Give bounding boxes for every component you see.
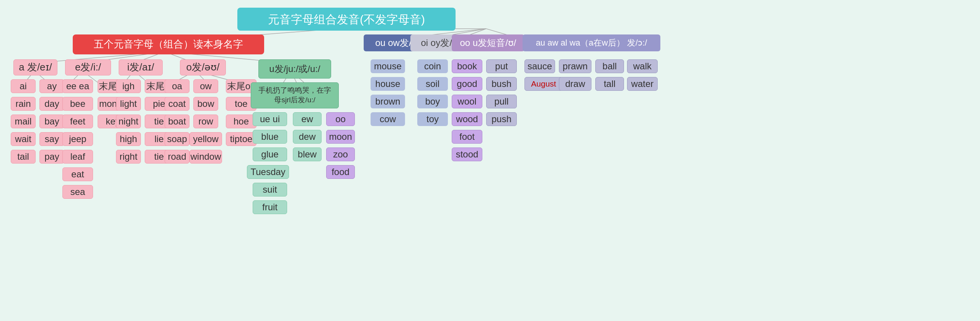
main-title: 元音字母组合发音(不发字母音)	[237, 8, 456, 31]
a-tail: tail	[11, 150, 36, 164]
u-fruit: fruit	[253, 200, 287, 214]
o-header: o发/əʊ/	[180, 59, 226, 75]
u-header: u发/ju:/或/u:/	[258, 59, 331, 79]
o-sub1: oa	[165, 79, 189, 93]
au-header: au aw al wa（a在w后） 发/ɔ:/	[523, 34, 660, 51]
e-jeep: jeep	[62, 132, 93, 146]
e-leaf: leaf	[62, 150, 93, 164]
oo-wool: wool	[452, 95, 482, 108]
a-wait: wait	[11, 132, 36, 146]
o-boat: boat	[165, 115, 189, 128]
u-moon: moon	[326, 130, 355, 144]
a-pay: pay	[39, 150, 64, 164]
u-food: food	[326, 165, 355, 179]
a-mail: mail	[11, 115, 36, 128]
a-bay: bay	[39, 115, 64, 128]
au-ball: ball	[595, 59, 624, 73]
oo-foot: foot	[452, 130, 482, 144]
au-august: August	[524, 77, 563, 91]
ou-cow: cow	[371, 112, 405, 126]
oi-toy: toy	[417, 112, 448, 126]
a-sub2: ay	[39, 79, 64, 93]
oi-coin: coin	[417, 59, 448, 73]
a-header: a 发/eɪ/	[13, 59, 57, 75]
oo-pull: pull	[486, 95, 517, 108]
oo-bush: bush	[486, 77, 517, 91]
a-sub1: ai	[11, 79, 36, 93]
u-note: 手机扔了鸣鸣哭，在字母sjrl后发/u:/	[251, 82, 339, 108]
au-walk: walk	[627, 59, 658, 73]
oi-soil: soil	[417, 77, 448, 91]
o-row: row	[193, 115, 218, 128]
chart-container: 元音字母组合发音(不发字母音) 五个元音字母（组合）读本身名字 a 发/eɪ/ …	[0, 0, 980, 321]
oo-book: book	[452, 59, 482, 73]
o-road: road	[165, 150, 189, 164]
u-sub2: ew	[293, 112, 322, 126]
e-sea: sea	[62, 185, 93, 199]
oo-wood: wood	[452, 112, 482, 126]
u-tuesday: Tuesday	[247, 165, 289, 179]
e-eat: eat	[62, 167, 93, 181]
a-say: say	[39, 132, 64, 146]
i-right: right	[116, 150, 141, 164]
o-sub2: ow	[193, 79, 218, 93]
i-header: i发/aɪ/	[119, 59, 163, 75]
u-sub3: oo	[326, 112, 355, 126]
u-blue: blue	[253, 130, 287, 144]
o-window: window	[189, 150, 222, 164]
i-sub1: igh	[116, 79, 141, 93]
red-header: 五个元音字母（组合）读本身名字	[73, 34, 264, 54]
u-blew: blew	[293, 147, 322, 161]
e-bee: bee	[62, 97, 93, 111]
o-tiptoe: tiptoe	[226, 132, 256, 146]
i-light: light	[116, 97, 141, 111]
e-sub1: ee ea	[62, 79, 93, 93]
au-draw: draw	[559, 77, 591, 91]
oo-good: good	[452, 77, 482, 91]
oo-short-header: oo u发短音/ʊ/	[452, 34, 524, 51]
i-night: night	[116, 115, 141, 128]
u-suit: suit	[253, 183, 287, 197]
oo-stood: stood	[452, 147, 482, 161]
a-rain: rain	[11, 97, 36, 111]
e-header: e发/i:/	[65, 59, 111, 75]
u-sub1: ue ui	[253, 112, 287, 126]
ou-mouse: mouse	[371, 59, 405, 73]
oo-put: put	[486, 59, 517, 73]
au-sauce: sauce	[524, 59, 555, 73]
o-yellow: yellow	[189, 132, 222, 146]
au-water: water	[627, 77, 658, 91]
oo-push: push	[486, 112, 517, 126]
o-hoe: hoe	[226, 115, 256, 128]
u-zoo: zoo	[326, 147, 355, 161]
ou-house: house	[371, 77, 405, 91]
o-bow: bow	[193, 97, 218, 111]
o-soap: soap	[165, 132, 189, 146]
a-day: day	[39, 97, 64, 111]
au-prawn: prawn	[559, 59, 591, 73]
oi-boy: boy	[417, 95, 448, 108]
e-feet: feet	[62, 115, 93, 128]
u-dew: dew	[293, 130, 322, 144]
ou-brown: brown	[371, 95, 405, 108]
i-high: high	[116, 132, 141, 146]
o-coat: coat	[165, 97, 189, 111]
u-glue: glue	[253, 147, 287, 161]
au-tall: tall	[595, 77, 624, 91]
